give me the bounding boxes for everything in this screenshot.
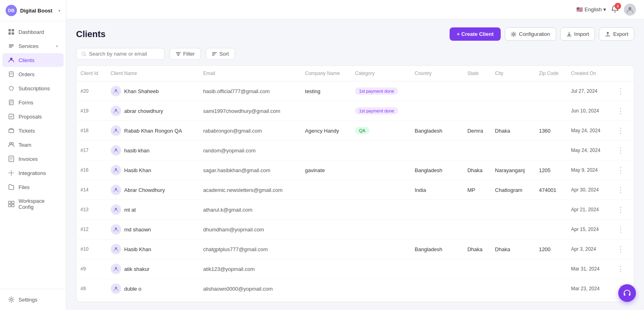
cell-company <box>301 299 351 302</box>
table-row[interactable]: #18 Rabab Khan Rongon QA rababrongon@gma… <box>76 121 634 141</box>
cell-city: Chattogram <box>491 180 535 200</box>
brand-chevron-icon[interactable]: ▾ <box>58 8 60 13</box>
cell-zip <box>535 200 567 220</box>
search-input[interactable] <box>89 51 159 57</box>
create-client-button[interactable]: + Create Client <box>450 27 501 41</box>
page-content: Clients + Create Client Configuration Im… <box>66 19 644 310</box>
table-row[interactable]: #7 atik bm atik.st10@yopmail.com Mar 13,… <box>76 299 634 302</box>
cell-country <box>411 259 463 279</box>
sidebar-item-team[interactable]: Team <box>2 138 64 152</box>
row-more-button[interactable]: ⋮ <box>615 224 627 235</box>
table-row[interactable]: #10 Hasib Khan chatgptplus777@gmail.com … <box>76 239 634 259</box>
cell-company: Agency Handy <box>301 121 351 141</box>
row-more-button[interactable]: ⋮ <box>615 106 627 116</box>
sidebar-item-invoices[interactable]: Invoices <box>2 152 64 166</box>
cell-more: ⋮ <box>611 220 634 239</box>
cell-category <box>351 239 411 259</box>
sidebar-item-workspace[interactable]: Workspace Config <box>2 194 64 214</box>
sidebar-item-proposals[interactable]: Proposals <box>2 110 64 123</box>
svg-point-19 <box>10 299 12 301</box>
col-city: City <box>491 66 535 81</box>
client-avatar <box>111 86 121 96</box>
table-row[interactable]: #20 Khan Shaheeb hasib.official777@gmail… <box>76 81 634 101</box>
sidebar-item-tickets[interactable]: Tickets <box>2 124 64 137</box>
table-row[interactable]: #9 atik shakur atik123@yopmail.com Mar 3… <box>76 259 634 279</box>
configuration-label: Configuration <box>519 31 550 37</box>
cell-company: testing <box>301 81 351 101</box>
cell-client-name: Khan Shaheeb <box>107 81 199 101</box>
search-icon <box>81 51 87 57</box>
client-name-text: atik shakur <box>124 266 150 272</box>
tickets-label: Tickets <box>19 128 58 134</box>
table-row[interactable]: #19 abrar chowdhury sami1997chowdhury@gm… <box>76 101 634 121</box>
row-more-button[interactable]: ⋮ <box>615 145 627 156</box>
cell-client-id: #19 <box>76 101 107 121</box>
sidebar-item-settings[interactable]: Settings <box>2 293 64 306</box>
sidebar-item-forms[interactable]: Forms <box>2 96 64 109</box>
sidebar-item-clients[interactable]: Clients <box>2 53 64 67</box>
sidebar-item-integrations[interactable]: Integrations <box>2 166 64 180</box>
row-more-button[interactable]: ⋮ <box>615 86 627 96</box>
support-bubble[interactable] <box>618 284 636 302</box>
svg-point-32 <box>115 267 117 269</box>
search-box[interactable] <box>76 48 165 60</box>
sort-button[interactable]: Sort <box>206 48 235 60</box>
row-more-button[interactable]: ⋮ <box>615 244 627 254</box>
table-row[interactable]: #13 mt at atharul.k@gmail.com Apr 21, 20… <box>76 200 634 220</box>
col-client-id: Client Id <box>76 66 107 81</box>
integrations-label: Integrations <box>19 170 58 176</box>
sidebar-item-orders[interactable]: Orders <box>2 67 64 81</box>
row-more-button[interactable]: ⋮ <box>615 204 627 215</box>
topbar: 🇺🇸 English ▾ 2 <box>66 0 644 19</box>
support-icon <box>623 289 632 298</box>
cell-email: sagar.hasibkhan@gmail.com <box>199 160 301 180</box>
table-row[interactable]: #14 Abrar Chowdhury academic.newsletters… <box>76 180 634 200</box>
cell-state <box>463 200 491 220</box>
import-button[interactable]: Import <box>560 27 595 41</box>
notification-bell[interactable]: 2 <box>611 5 619 14</box>
sidebar-item-files[interactable]: Files <box>2 180 64 194</box>
svg-point-26 <box>115 148 117 150</box>
row-more-button[interactable]: ⋮ <box>615 165 627 175</box>
language-selector[interactable]: 🇺🇸 English ▾ <box>576 6 606 12</box>
col-country: Country <box>411 66 463 81</box>
row-more-button[interactable]: ⋮ <box>615 264 627 274</box>
export-button[interactable]: Export <box>599 27 634 41</box>
table-row[interactable]: #12 md shaown dhumdham@yopmail.com Apr 1… <box>76 220 634 239</box>
svg-point-12 <box>11 143 13 145</box>
language-label: English <box>584 6 602 12</box>
flag-icon: 🇺🇸 <box>576 6 583 12</box>
configuration-button[interactable]: Configuration <box>505 27 556 41</box>
settings-label: Settings <box>19 297 58 303</box>
cell-city <box>491 141 535 160</box>
filter-button[interactable]: Filter <box>169 48 201 60</box>
svg-rect-17 <box>8 204 11 207</box>
cell-created: Apr 21, 2024 <box>567 200 611 220</box>
cell-created: Apr 3, 2024 <box>567 239 611 259</box>
cell-category: 1st payment done <box>351 81 411 101</box>
row-more-button[interactable]: ⋮ <box>615 185 627 195</box>
orders-icon <box>8 71 14 77</box>
user-avatar[interactable] <box>624 4 636 16</box>
sort-icon <box>212 51 217 57</box>
clients-table-wrapper: Client Id Client Name Email Company Name… <box>76 65 634 302</box>
svg-point-33 <box>115 287 117 289</box>
cell-category <box>351 160 411 180</box>
cell-client-id: #16 <box>76 160 107 180</box>
files-label: Files <box>19 184 58 190</box>
row-more-button[interactable]: ⋮ <box>615 125 627 136</box>
sidebar-item-subscriptions[interactable]: Subscriptions <box>2 81 64 95</box>
sidebar-logo[interactable]: DB Digital Boost ▾ <box>0 0 66 21</box>
table-row[interactable]: #8 duble o alishaown0000@yopmail.com Mar… <box>76 279 634 299</box>
services-icon <box>8 43 14 49</box>
table-row[interactable]: #17 hasib khan random@yopmail.com May 24… <box>76 141 634 160</box>
client-avatar <box>111 244 121 254</box>
sidebar-item-dashboard[interactable]: Dashboard <box>2 25 64 39</box>
cell-more: ⋮ <box>611 239 634 259</box>
cell-zip <box>535 299 567 302</box>
cell-city <box>491 200 535 220</box>
cell-city: Narayanganj <box>491 160 535 180</box>
dashboard-icon <box>8 29 14 35</box>
sidebar-item-services[interactable]: Services ▾ <box>2 39 64 53</box>
table-row[interactable]: #16 Hasib Khan sagar.hasibkhan@gmail.com… <box>76 160 634 180</box>
